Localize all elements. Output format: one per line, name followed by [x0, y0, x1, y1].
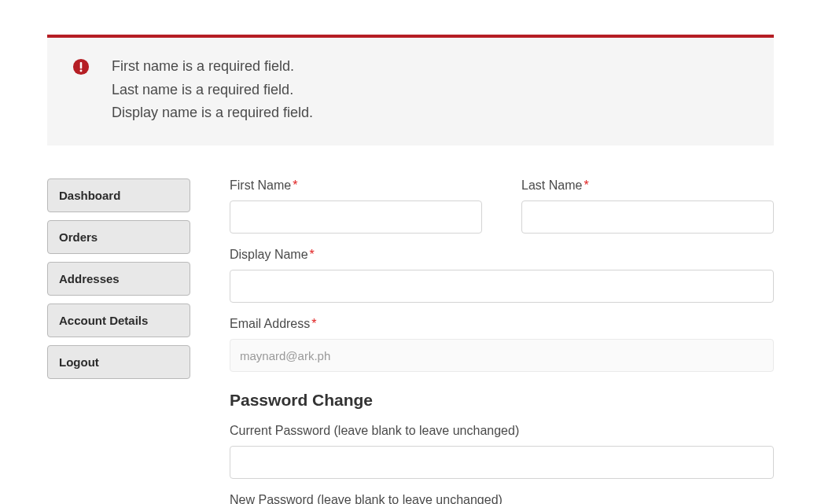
- current-password-label: Current Password (leave blank to leave u…: [230, 424, 774, 438]
- label-text: First Name: [230, 178, 291, 192]
- first-name-label: First Name*: [230, 178, 482, 193]
- display-name-group: Display Name*: [230, 248, 774, 303]
- last-name-label: Last Name*: [521, 178, 774, 193]
- new-password-label: New Password (leave blank to leave uncha…: [230, 493, 774, 504]
- error-alert: First name is a required field. Last nam…: [47, 38, 774, 145]
- label-text: Email Address: [230, 317, 310, 330]
- email-input[interactable]: [230, 339, 774, 372]
- display-name-label: Display Name*: [230, 248, 774, 262]
- sidebar: Dashboard Orders Addresses Account Detai…: [47, 178, 190, 504]
- svg-point-2: [80, 70, 83, 72]
- current-password-group: Current Password (leave blank to leave u…: [230, 424, 774, 479]
- sidebar-item-orders[interactable]: Orders: [47, 220, 190, 254]
- svg-rect-1: [80, 62, 83, 68]
- required-star: *: [311, 317, 316, 330]
- password-change-heading: Password Change: [230, 391, 774, 410]
- alert-icon: [72, 58, 90, 75]
- label-text: Last Name: [521, 178, 582, 192]
- alert-line: Last name is a required field.: [112, 79, 313, 102]
- required-star: *: [584, 178, 588, 192]
- alert-line: First name is a required field.: [112, 55, 313, 79]
- first-name-input[interactable]: [230, 200, 482, 234]
- first-name-group: First Name*: [230, 178, 482, 234]
- sidebar-item-dashboard[interactable]: Dashboard: [47, 178, 190, 212]
- sidebar-item-addresses[interactable]: Addresses: [47, 262, 190, 296]
- alert-line: Display name is a required field.: [112, 101, 313, 125]
- display-name-input[interactable]: [230, 270, 774, 303]
- content: First Name* Last Name* Display Name*: [230, 178, 774, 504]
- alert-messages: First name is a required field. Last nam…: [112, 55, 313, 125]
- required-star: *: [293, 178, 297, 192]
- last-name-group: Last Name*: [521, 178, 774, 234]
- sidebar-item-account-details[interactable]: Account Details: [47, 304, 190, 337]
- last-name-input[interactable]: [521, 200, 774, 234]
- email-group: Email Address*: [230, 317, 774, 372]
- email-label: Email Address*: [230, 317, 774, 331]
- required-star: *: [310, 248, 315, 261]
- new-password-group: New Password (leave blank to leave uncha…: [230, 493, 774, 504]
- sidebar-item-logout[interactable]: Logout: [47, 345, 190, 379]
- current-password-input[interactable]: [230, 446, 774, 479]
- label-text: Display Name: [230, 248, 308, 261]
